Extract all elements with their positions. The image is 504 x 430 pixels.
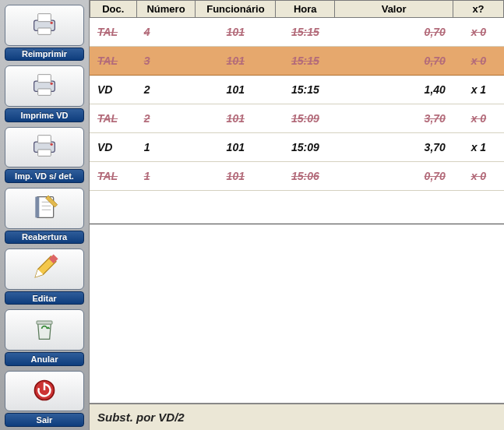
docs-table-body: TAL410115:150,70x 0TAL310115:150,70x 0VD… <box>90 18 504 191</box>
svg-point-11 <box>51 143 53 146</box>
main-panel: Doc. Número Funcionário Hora Valor x? TA… <box>90 0 504 430</box>
col-hora[interactable]: Hora <box>276 1 335 18</box>
cell-hora: 15:09 <box>276 104 335 133</box>
col-x[interactable]: x? <box>453 1 503 18</box>
reabertura-button[interactable] <box>5 188 84 229</box>
cell-x: x 0 <box>453 47 504 76</box>
cell-valor: 0,70 <box>335 18 453 47</box>
svg-rect-10 <box>38 150 51 156</box>
cell-hora: 15:15 <box>276 76 335 104</box>
table-row[interactable]: VD210115:151,40x 1 <box>90 76 504 104</box>
pencil-icon <box>29 252 60 286</box>
status-text: Subst. por VD/2 <box>97 411 185 424</box>
cell-func: 101 <box>196 162 276 191</box>
svg-rect-2 <box>38 28 51 34</box>
cell-hora: 15:15 <box>276 47 335 76</box>
cell-numero: 2 <box>136 104 196 133</box>
notebook-icon <box>29 192 60 225</box>
sair-label: Sair <box>5 413 84 427</box>
reimprimir-label: Reimprimir <box>5 48 84 62</box>
printer-icon <box>29 9 60 42</box>
cell-x: x 0 <box>453 104 504 133</box>
cell-doc: TAL <box>90 47 136 76</box>
cell-doc: VD <box>90 133 136 162</box>
table-row[interactable]: TAL110115:060,70x 0 <box>90 162 504 191</box>
reabertura-label: Reabertura <box>5 231 84 245</box>
cell-func: 101 <box>196 18 276 47</box>
table-row[interactable]: VD110115:093,70x 1 <box>90 133 504 162</box>
svg-rect-18 <box>37 321 52 324</box>
cell-func: 101 <box>196 133 276 162</box>
col-funcionario[interactable]: Funcionário <box>196 1 276 18</box>
col-doc[interactable]: Doc. <box>90 1 137 18</box>
svg-rect-13 <box>35 196 39 217</box>
svg-rect-6 <box>38 89 51 95</box>
cell-numero: 1 <box>136 133 196 162</box>
cell-valor: 3,70 <box>335 104 453 133</box>
col-numero[interactable]: Número <box>136 1 196 18</box>
cell-valor: 0,70 <box>335 47 453 76</box>
status-bar: Subst. por VD/2 <box>90 404 504 430</box>
anular-button[interactable] <box>5 309 84 351</box>
imp-vd-sdet-button[interactable] <box>5 127 84 168</box>
recycle-icon <box>29 313 60 347</box>
cell-hora: 15:15 <box>276 18 335 47</box>
svg-point-3 <box>51 22 53 24</box>
cell-numero: 1 <box>136 162 196 191</box>
cell-func: 101 <box>196 104 276 133</box>
cell-numero: 2 <box>136 76 196 104</box>
table-row[interactable]: TAL410115:150,70x 0 <box>90 18 504 47</box>
cell-numero: 4 <box>136 18 196 47</box>
svg-rect-5 <box>38 75 51 83</box>
cell-func: 101 <box>196 47 276 76</box>
table-area: Doc. Número Funcionário Hora Valor x? TA… <box>90 0 504 404</box>
table-row[interactable]: TAL310115:150,70x 0 <box>90 47 504 76</box>
printer-icon <box>29 69 60 103</box>
power-icon <box>29 375 60 408</box>
cell-valor: 1,40 <box>335 76 453 104</box>
imprime-vd-label: Imprime VD <box>5 108 84 122</box>
anular-label: Anular <box>5 352 84 366</box>
cell-func: 101 <box>196 76 276 104</box>
svg-point-7 <box>51 83 53 85</box>
cell-hora: 15:09 <box>276 133 335 162</box>
svg-rect-9 <box>38 136 51 143</box>
cell-x: x 1 <box>453 76 504 104</box>
cell-x: x 0 <box>453 18 504 47</box>
col-valor[interactable]: Valor <box>335 1 453 18</box>
cell-doc: TAL <box>90 104 136 133</box>
table-row[interactable]: TAL210115:093,70x 0 <box>90 104 504 133</box>
editar-button[interactable] <box>5 248 84 290</box>
cell-doc: TAL <box>90 18 136 47</box>
editar-label: Editar <box>5 291 84 305</box>
cell-doc: VD <box>90 76 136 104</box>
svg-rect-1 <box>38 14 51 22</box>
cell-hora: 15:06 <box>276 162 335 191</box>
docs-table: Doc. Número Funcionário Hora Valor x? <box>90 0 504 18</box>
cell-doc: TAL <box>90 162 136 191</box>
reimprimir-button[interactable] <box>5 5 84 46</box>
imprime-vd-button[interactable] <box>5 65 84 107</box>
printer-icon <box>29 130 60 164</box>
cell-x: x 0 <box>453 162 504 191</box>
imp-vd-sdet-label: Imp. VD s/ det. <box>5 169 84 183</box>
table-header-row: Doc. Número Funcionário Hora Valor x? <box>90 1 504 18</box>
sair-button[interactable] <box>5 371 84 412</box>
cell-numero: 3 <box>136 47 196 76</box>
sidebar: ReimprimirImprime VDImp. VD s/ det.Reabe… <box>0 0 90 430</box>
cell-x: x 1 <box>453 133 504 162</box>
cell-valor: 3,70 <box>335 133 453 162</box>
cell-valor: 0,70 <box>335 162 453 191</box>
